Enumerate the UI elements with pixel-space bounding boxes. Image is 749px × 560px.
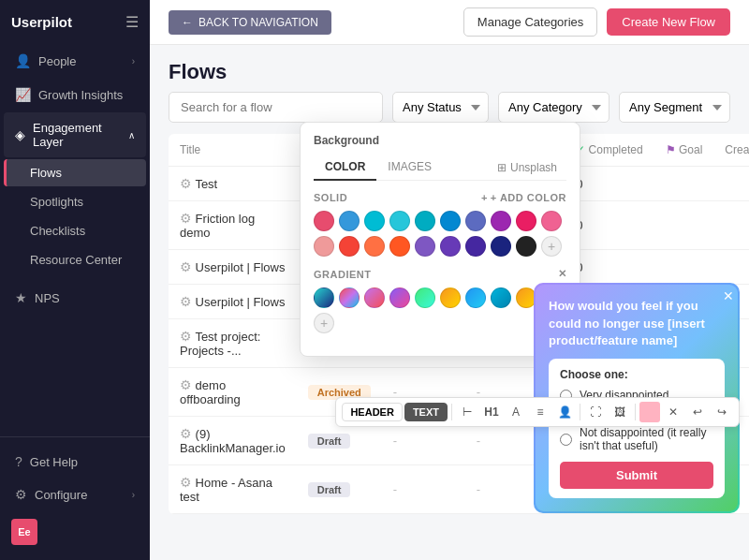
add-gradient-button[interactable]: ✕ — [558, 268, 567, 280]
solid-color-swatch[interactable] — [440, 211, 461, 231]
solid-color-swatch[interactable] — [491, 236, 511, 257]
row-gear-icon[interactable]: ⚙ — [180, 211, 192, 226]
toolbar-image-button[interactable]: 🖼 — [609, 401, 631, 423]
row-title: ⚙ demo offboarding — [169, 368, 297, 417]
row-gear-icon[interactable]: ⚙ — [180, 377, 192, 392]
solid-color-swatch[interactable] — [389, 236, 410, 257]
back-navigation-button[interactable]: ← BACK TO NAVIGATION — [169, 10, 331, 35]
sidebar-item-get-help[interactable]: ? Get Help — [4, 446, 146, 478]
goal-icon: ⚑ — [666, 143, 676, 156]
survey-choices: Choose one: Very disappointed Somewhat d… — [549, 359, 725, 498]
gradient-color-swatch[interactable] — [415, 287, 435, 308]
segment-filter[interactable]: Any Segment — [619, 92, 730, 123]
gradient-color-swatch[interactable] — [364, 287, 385, 308]
status-filter[interactable]: Any Status — [392, 92, 489, 123]
gradient-color-swatch[interactable] — [465, 287, 486, 308]
configure-chevron-icon: › — [132, 490, 135, 500]
solid-color-swatch[interactable] — [516, 236, 536, 257]
solid-color-swatch[interactable] — [491, 211, 511, 231]
solid-color-swatch[interactable] — [339, 211, 360, 231]
gradient-color-swatch[interactable] — [440, 287, 461, 308]
toolbar-tab-header[interactable]: HEADER — [342, 403, 402, 421]
row-goal — [654, 167, 714, 201]
chevron-icon: › — [132, 56, 135, 66]
solid-color-swatch[interactable] — [389, 211, 410, 231]
toolbar-redo-button[interactable]: ↪ — [711, 401, 733, 423]
solid-color-swatch[interactable] — [516, 211, 536, 231]
row-gear-icon[interactable]: ⚙ — [180, 475, 192, 490]
create-new-flow-button[interactable]: Create New Flow — [607, 8, 730, 36]
popup-tab-color[interactable]: COLOR — [314, 155, 376, 181]
sidebar-item-people[interactable]: 👤 People › — [4, 45, 146, 77]
toolbar-h1-button[interactable]: H1 — [480, 401, 503, 423]
solid-color-swatch[interactable] — [465, 236, 486, 257]
col-title: Title — [169, 134, 297, 167]
page-title: Flows — [169, 60, 730, 84]
solid-color-swatch[interactable] — [415, 211, 435, 231]
solid-color-swatch[interactable] — [339, 236, 360, 257]
toolbar-tab-text[interactable]: TEXT — [404, 403, 448, 421]
add-color-button[interactable]: + + ADD COLOR — [481, 192, 566, 203]
survey-radio-3[interactable] — [560, 434, 572, 446]
solid-color-swatch[interactable] — [364, 236, 385, 257]
engagement-icon: ◈ — [15, 127, 25, 142]
sidebar-item-nps-label: NPS — [35, 291, 60, 305]
solid-color-swatch[interactable]: + — [541, 236, 562, 257]
gradient-color-swatch[interactable] — [339, 287, 360, 308]
sidebar-item-configure[interactable]: ⚙ Configure › — [4, 479, 146, 510]
toolbar-user-button[interactable]: 👤 — [553, 401, 576, 423]
manage-categories-button[interactable]: Manage Categories — [463, 7, 597, 37]
toolbar-fullscreen-button[interactable]: ⛶ — [584, 401, 607, 423]
sidebar-item-people-label: People — [38, 54, 76, 68]
row-gear-icon[interactable]: ⚙ — [180, 329, 192, 344]
toolbar-align-left-button[interactable]: ⊢ — [456, 401, 478, 423]
row-gear-icon[interactable]: ⚙ — [180, 259, 192, 274]
toolbar-color-swatch[interactable] — [639, 402, 660, 422]
toolbar-close-button[interactable]: ✕ — [662, 401, 684, 423]
popup-tab-images[interactable]: IMAGES — [376, 155, 443, 181]
survey-option-3[interactable]: Not disappointed (it really isn't that u… — [560, 426, 713, 452]
toolbar-separator2 — [580, 404, 580, 420]
row-created — [713, 201, 749, 250]
toolbar-text-format-button[interactable]: A — [505, 401, 527, 423]
sidebar-item-engagement[interactable]: ◈ Engagement Layer ∧ — [4, 112, 146, 157]
gradient-color-swatch[interactable]: + — [314, 313, 334, 333]
popup-tabs: COLOR IMAGES ⊞ Unsplash — [314, 155, 566, 181]
sidebar-sub-flows[interactable]: Flows — [4, 159, 146, 186]
survey-close-button[interactable]: ✕ — [723, 288, 734, 303]
category-filter[interactable]: Any Category — [498, 92, 609, 123]
search-input[interactable] — [169, 92, 383, 123]
toolbar-undo-button[interactable]: ↩ — [686, 401, 709, 423]
sidebar-collapse-btn[interactable]: ☰ — [125, 13, 139, 31]
top-actions: Manage Categories Create New Flow — [463, 7, 730, 37]
row-gear-icon[interactable]: ⚙ — [180, 294, 192, 309]
popup-title: Background — [301, 123, 580, 147]
unsplash-icon: ⊞ — [497, 161, 507, 174]
survey-option-3-label: Not disappointed (it really isn't that u… — [580, 426, 713, 452]
sidebar-sub-checklists[interactable]: Checklists — [4, 217, 146, 244]
toolbar-align-button[interactable]: ≡ — [529, 401, 551, 423]
solid-color-swatch[interactable] — [314, 236, 334, 257]
solid-color-swatch[interactable] — [364, 211, 385, 231]
sidebar-item-growth[interactable]: 📈 Growth Insights — [4, 79, 146, 111]
gradient-color-swatch[interactable] — [314, 287, 334, 308]
solid-color-swatch[interactable] — [440, 236, 461, 257]
solid-color-swatch[interactable] — [465, 211, 486, 231]
sidebar-avatar[interactable]: Ee — [0, 511, 150, 553]
solid-color-swatch[interactable] — [541, 211, 562, 231]
back-btn-label: BACK TO NAVIGATION — [198, 16, 318, 29]
help-icon: ? — [15, 454, 22, 469]
sidebar-sub-spotlights[interactable]: Spotlights — [4, 188, 146, 215]
sidebar-item-nps[interactable]: ★ NPS — [4, 282, 146, 314]
solid-color-swatch[interactable] — [415, 236, 435, 257]
popup-tab-unsplash[interactable]: ⊞ Unsplash — [488, 155, 566, 180]
gradient-color-swatch[interactable] — [389, 287, 410, 308]
row-gear-icon[interactable]: ⚙ — [180, 176, 192, 191]
gradient-color-swatch[interactable] — [491, 287, 511, 308]
solid-color-swatch[interactable] — [314, 211, 334, 231]
row-gear-icon[interactable]: ⚙ — [180, 426, 192, 441]
sidebar-sub-resource-center[interactable]: Resource Center — [4, 246, 146, 273]
col-created: Created — [713, 134, 749, 167]
sidebar-item-configure-label: Configure — [35, 488, 87, 502]
survey-submit-button[interactable]: Submit — [560, 462, 713, 489]
